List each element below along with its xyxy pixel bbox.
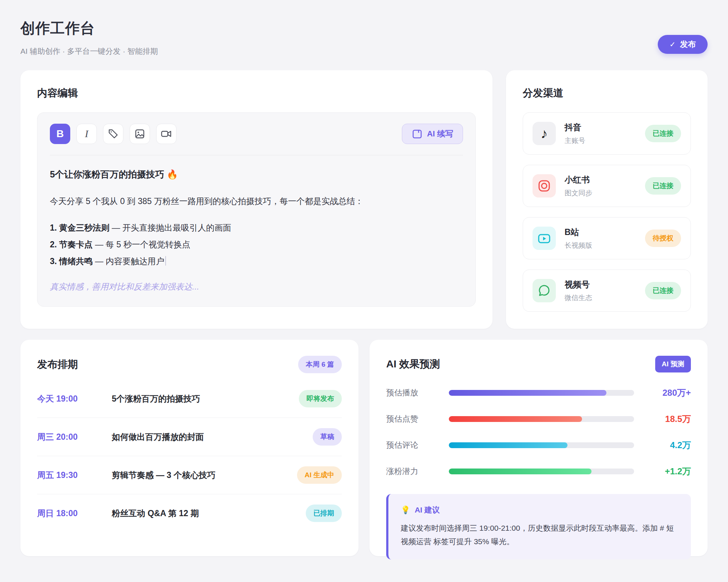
doc-item-rest: — 开头直接抛出最吸引人的画面 xyxy=(110,223,232,232)
schedule-row[interactable]: 周五 19:30 剪辑节奏感 — 3 个核心技巧 AI 生成中 xyxy=(37,456,342,494)
ai-continue-label: AI 续写 xyxy=(427,128,453,139)
doc-item-rest: — 每 5 秒一个视觉转换点 xyxy=(93,240,190,249)
schedule-item-title: 如何做出百万播放的封面 xyxy=(112,431,204,443)
channel-text: 抖音 主账号 xyxy=(565,122,585,146)
metric-value: 280万+ xyxy=(647,387,691,399)
metric-row-likes: 预估点赞 18.5万 xyxy=(386,413,691,425)
ai-continue-icon xyxy=(412,128,423,139)
toolbar-divider xyxy=(50,155,463,155)
schedule-status-badge: 已排期 xyxy=(306,505,342,522)
progress-track xyxy=(449,390,634,396)
lightbulb-icon: 💡 xyxy=(401,506,410,514)
editor-content[interactable]: 5个让你涨粉百万的拍摄技巧 🔥 今天分享 5 个我从 0 到 385 万粉丝一路… xyxy=(50,168,463,292)
metric-label: 预估点赞 xyxy=(386,414,442,424)
ai-suggestion-title: 💡 AI 建议 xyxy=(401,505,678,515)
channel-text: 小红书 图文同步 xyxy=(565,174,592,198)
status-badge: 已连接 xyxy=(645,125,681,142)
ai-prediction-badge: AI 预测 xyxy=(655,356,691,372)
prediction-title: AI 效果预测 xyxy=(386,357,440,371)
bold-icon: B xyxy=(56,128,64,140)
tag-button[interactable] xyxy=(103,124,123,144)
schedule-title: 发布排期 xyxy=(37,358,78,371)
bottom-row: 发布排期 本周 6 篇 今天 19:00 5个涨粉百万的拍摄技巧 即将发布 周三… xyxy=(20,340,708,556)
text-cursor xyxy=(165,256,166,266)
progress-track xyxy=(449,442,634,448)
metric-value: +1.2万 xyxy=(647,466,691,477)
channel-text: 视频号 微信生态 xyxy=(565,279,592,303)
doc-item-lead: 2. 节奏卡点 xyxy=(50,240,93,249)
schedule-list: 今天 19:00 5个涨粉百万的拍摄技巧 即将发布 周三 20:00 如何做出百… xyxy=(37,380,342,532)
editor-box[interactable]: B I xyxy=(37,112,476,307)
page-subtitle: AI 辅助创作 · 多平台一键分发 · 智能排期 xyxy=(20,46,158,56)
schedule-row[interactable]: 周三 20:00 如何做出百万播放的封面 草稿 xyxy=(37,418,342,456)
channel-desc: 微信生态 xyxy=(565,293,592,303)
schedule-time: 今天 19:00 xyxy=(37,393,112,404)
status-badge: 已连接 xyxy=(645,282,681,299)
channel-text: B站 长视频版 xyxy=(565,227,592,250)
schedule-item-title: 5个涨粉百万的拍摄技巧 xyxy=(112,393,200,404)
progress-fill xyxy=(449,442,567,448)
schedule-time: 周三 20:00 xyxy=(37,431,112,443)
italic-button[interactable]: I xyxy=(76,124,97,144)
wechat-channels-bubble-icon xyxy=(533,279,556,302)
schedule-row[interactable]: 周日 18:00 粉丝互动 Q&A 第 12 期 已排期 xyxy=(37,494,342,532)
editor-toolbar: B I xyxy=(50,124,463,144)
video-button[interactable] xyxy=(156,124,177,144)
channel-name: 抖音 xyxy=(565,122,585,133)
progress-fill xyxy=(449,416,582,422)
bold-button[interactable]: B xyxy=(50,124,70,144)
distribution-channels-panel: 分发渠道 ♪ 抖音 主账号 已连接 xyxy=(506,70,708,329)
bilibili-play-icon xyxy=(533,227,556,250)
progress-track xyxy=(449,469,634,474)
main-row: 内容编辑 B I xyxy=(20,70,708,329)
content-editor-title: 内容编辑 xyxy=(37,86,476,100)
ai-ghost-suggestion-text: 真实情感，善用对比和反差来加强表达... xyxy=(50,281,463,292)
ai-suggestion-box: 💡 AI 建议 建议发布时间选择周三 19:00-21:00，历史数据显示此时段… xyxy=(386,494,691,559)
doc-list-item: 1. 黄金三秒法则 — 开头直接抛出最吸引人的画面 xyxy=(50,219,463,236)
douyin-note-icon: ♪ xyxy=(533,122,556,145)
channel-item-bilibili[interactable]: B站 长视频版 待授权 xyxy=(523,217,691,259)
progress-track xyxy=(449,416,634,422)
channel-item-shipinhao[interactable]: 视频号 微信生态 已连接 xyxy=(523,270,691,312)
schedule-status-badge: AI 生成中 xyxy=(297,466,342,484)
metric-label: 涨粉潜力 xyxy=(386,466,442,477)
ai-suggestion-title-text: AI 建议 xyxy=(415,505,440,515)
prediction-header: AI 效果预测 AI 预测 xyxy=(386,356,691,372)
doc-list-item: 2. 节奏卡点 — 每 5 秒一个视觉转换点 xyxy=(50,236,463,253)
channel-desc: 长视频版 xyxy=(565,241,592,250)
metric-value: 4.2万 xyxy=(647,439,691,451)
progress-fill xyxy=(449,469,592,474)
ai-prediction-panel: AI 效果预测 AI 预测 预估播放 280万+ 预估点赞 18.5万 预估评论 xyxy=(369,340,708,556)
content-editor-panel: 内容编辑 B I xyxy=(20,70,492,329)
metric-label: 预估播放 xyxy=(386,387,442,398)
schedule-status-badge: 即将发布 xyxy=(299,390,342,407)
ai-suggestion-body: 建议发布时间选择周三 19:00-21:00，历史数据显示此时段互动率最高。添加… xyxy=(401,522,678,549)
metric-row-followers: 涨粉潜力 +1.2万 xyxy=(386,466,691,477)
header-text: 创作工作台 AI 辅助创作 · 多平台一键分发 · 智能排期 xyxy=(20,18,158,56)
ai-continue-button[interactable]: AI 续写 xyxy=(402,124,463,144)
channel-name: 视频号 xyxy=(565,279,592,290)
metric-row-views: 预估播放 280万+ xyxy=(386,387,691,399)
doc-item-rest: — 内容要触达用户 xyxy=(93,256,165,266)
xiaohongshu-camera-icon xyxy=(533,174,556,198)
schedule-item-title: 剪辑节奏感 — 3 个核心技巧 xyxy=(112,470,215,481)
metric-value: 18.5万 xyxy=(647,413,691,425)
channels-title: 分发渠道 xyxy=(523,86,691,100)
channel-item-xiaohongshu[interactable]: 小红书 图文同步 已连接 xyxy=(523,165,691,207)
status-badge: 待授权 xyxy=(645,230,681,247)
schedule-time: 周日 18:00 xyxy=(37,508,112,519)
doc-item-lead: 1. 黄金三秒法则 xyxy=(50,223,110,232)
doc-item-lead: 3. 情绪共鸣 xyxy=(50,256,93,266)
channel-name: 小红书 xyxy=(565,174,592,186)
doc-list-item: 3. 情绪共鸣 — 内容要触达用户 xyxy=(50,253,463,270)
channel-item-douyin[interactable]: ♪ 抖音 主账号 已连接 xyxy=(523,112,691,155)
check-icon: ✓ xyxy=(669,40,676,49)
publish-button[interactable]: ✓ 发布 xyxy=(658,35,708,54)
page-header: 创作工作台 AI 辅助创作 · 多平台一键分发 · 智能排期 ✓ 发布 xyxy=(20,18,708,56)
prediction-metrics: 预估播放 280万+ 预估点赞 18.5万 预估评论 4.2万 涨粉潜力 xyxy=(386,387,691,477)
channel-desc: 图文同步 xyxy=(565,188,592,198)
image-button[interactable] xyxy=(130,124,150,144)
schedule-row[interactable]: 今天 19:00 5个涨粉百万的拍摄技巧 即将发布 xyxy=(37,380,342,418)
schedule-status-badge: 草稿 xyxy=(313,428,342,446)
schedule-item-title: 粉丝互动 Q&A 第 12 期 xyxy=(112,508,199,519)
